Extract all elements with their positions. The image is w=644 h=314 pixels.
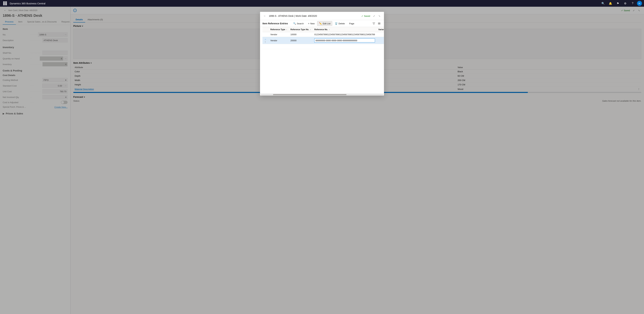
col-ref-type[interactable] <box>262 27 269 32</box>
col-ref-no-header[interactable]: Reference No. ↑ <box>312 27 377 32</box>
row-arrow-cell-2: → ⋮ <box>262 37 269 44</box>
search-button[interactable]: 🔍 Search <box>291 21 306 26</box>
dialog-header: ← 1896-S · ATHENS Desk | Work Date: 4/6/… <box>260 12 384 20</box>
svg-rect-0 <box>378 23 380 23</box>
variant-code-cell-1 <box>377 32 384 37</box>
col-variant-code-header[interactable]: Variant Code ↑ <box>377 27 384 32</box>
svg-rect-1 <box>378 23 380 24</box>
ref-type-cell-2: Vendor <box>269 37 289 44</box>
dialog-overlay: ← 1896-S · ATHENS Desk | Work Date: 4/6/… <box>0 7 644 314</box>
dialog-saved-label: Saved <box>364 15 370 17</box>
delete-icon: 🗑️ <box>335 22 338 25</box>
list-view-icon[interactable] <box>377 21 382 26</box>
row-selected-arrow: → <box>264 38 266 40</box>
dialog-popout-icon[interactable]: ⤢ <box>372 14 376 18</box>
edit-list-button[interactable]: ✏️ Edit List <box>317 21 332 26</box>
edit-list-icon: ✏️ <box>319 22 322 25</box>
ref-no-input-cell[interactable] <box>312 37 377 44</box>
ref-no-input[interactable] <box>314 38 375 42</box>
dialog-saved-indicator: ✓ Saved <box>362 15 370 17</box>
ref-no-cell-1: 0123456789012345678901234567890123456789… <box>312 32 377 37</box>
toolbar-section-title: Item Reference Entries <box>262 22 288 25</box>
svg-rect-2 <box>378 24 380 24</box>
settings-icon[interactable]: ⚙ <box>622 0 628 6</box>
dialog-title: 1896-S · ATHENS Desk | Work Date: 4/6/20… <box>269 14 360 17</box>
ref-type-no-cell-2: 20000 <box>289 37 313 44</box>
user-avatar[interactable]: IK <box>637 1 642 6</box>
new-button[interactable]: + New <box>306 21 316 26</box>
delete-button[interactable]: 🗑️ Delete <box>333 21 347 26</box>
item-reference-dialog: ← 1896-S · ATHENS Desk | Work Date: 4/6/… <box>260 12 384 96</box>
ref-type-no-cell-1: 10000 <box>289 32 313 37</box>
horizontal-scrollbar[interactable] <box>260 94 384 96</box>
ref-no-sort-icon: ↑ <box>329 29 330 30</box>
dialog-back-button[interactable]: ← <box>262 14 267 18</box>
page-button[interactable]: Page <box>347 21 356 26</box>
search-icon[interactable]: 🔍 <box>600 0 606 6</box>
reference-entries-table: Reference Type ↑ Reference Type No. ↑ Re… <box>262 27 384 49</box>
search-btn-icon: 🔍 <box>293 22 296 25</box>
dialog-expand-icon[interactable]: ⤡ <box>377 14 382 18</box>
table-row-empty <box>262 44 384 49</box>
top-navigation: Dynamics 365 Business Central 🔍 🔔 ⚑ ⚙ ? … <box>0 0 644 7</box>
table-row[interactable]: Vendor 10000 012345678901234567890123456… <box>262 32 384 37</box>
ref-type-sort-icon: ↑ <box>286 29 287 30</box>
new-btn-icon: + <box>308 22 310 25</box>
variant-code-cell-2 <box>377 37 384 44</box>
reference-entries-table-container: Reference Type ↑ Reference Type No. ↑ Re… <box>260 27 384 94</box>
flag-icon[interactable]: ⚑ <box>615 0 621 6</box>
row-arrow-cell <box>262 32 269 37</box>
col-ref-type-header[interactable]: Reference Type ↑ <box>269 27 289 32</box>
ref-type-no-sort-icon: ↑ <box>310 29 311 30</box>
notifications-icon[interactable]: 🔔 <box>608 0 614 6</box>
dialog-toolbar: Item Reference Entries 🔍 Search + New ✏️… <box>260 20 384 27</box>
col-ref-type-no-header[interactable]: Reference Type No. ↑ <box>289 27 313 32</box>
filter-icon[interactable] <box>372 21 376 26</box>
app-grid-icon[interactable] <box>2 0 8 6</box>
ref-type-cell-1: Vendor <box>269 32 289 37</box>
help-icon[interactable]: ? <box>630 0 636 6</box>
app-title: Dynamics 365 Business Central <box>10 2 598 5</box>
table-row[interactable]: → ⋮ Vendor 20000 PCS <box>262 37 384 44</box>
row-context-menu[interactable]: ⋮ <box>264 40 266 43</box>
